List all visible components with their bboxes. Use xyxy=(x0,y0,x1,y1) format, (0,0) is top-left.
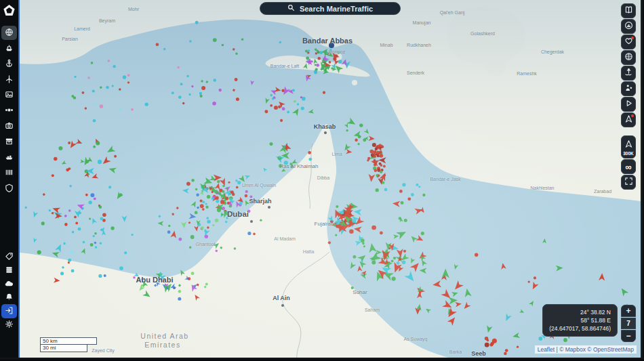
vessel-marker[interactable] xyxy=(85,107,87,110)
vessel-marker[interactable] xyxy=(145,102,148,106)
vessel-marker[interactable] xyxy=(349,229,354,234)
vessel-marker[interactable] xyxy=(278,106,281,108)
vessel-marker[interactable] xyxy=(104,274,106,277)
vessel-marker[interactable] xyxy=(274,106,278,110)
vessel-marker[interactable] xyxy=(247,232,251,235)
toolbar-map-layers-button[interactable] xyxy=(621,3,636,18)
vessel-marker[interactable] xyxy=(404,219,407,222)
vessel-marker[interactable] xyxy=(199,92,202,95)
vessel-marker[interactable] xyxy=(202,200,205,203)
vessel-marker[interactable] xyxy=(207,220,210,224)
vessel-marker[interactable] xyxy=(323,91,325,94)
vessel-marker[interactable] xyxy=(190,235,195,239)
vessel-marker[interactable] xyxy=(376,188,379,192)
vessel-marker[interactable] xyxy=(308,151,311,154)
vessel-marker[interactable] xyxy=(377,169,380,172)
vessel-marker[interactable] xyxy=(112,85,114,87)
vessel-marker[interactable] xyxy=(92,89,95,92)
vessel-marker[interactable] xyxy=(534,276,536,279)
vessel-marker[interactable] xyxy=(230,204,233,207)
vessel-marker[interactable] xyxy=(492,339,497,343)
vessel-marker[interactable] xyxy=(70,251,73,254)
vessel-marker[interactable] xyxy=(411,193,414,196)
vessel-marker[interactable] xyxy=(113,65,116,68)
vessel-marker[interactable] xyxy=(206,217,209,219)
vessel-marker[interactable] xyxy=(227,202,230,205)
sidebar-item-integrations[interactable] xyxy=(1,277,17,291)
vessel-marker[interactable] xyxy=(200,200,203,203)
vessel-marker[interactable] xyxy=(178,95,182,99)
sidebar-item-sign-in[interactable] xyxy=(1,304,17,318)
vessel-marker[interactable] xyxy=(127,81,129,83)
vessel-marker[interactable] xyxy=(383,165,386,167)
vessel-marker[interactable] xyxy=(102,213,106,217)
vessel-marker[interactable] xyxy=(421,232,424,235)
vessel-marker[interactable] xyxy=(188,221,190,224)
vessel-marker[interactable] xyxy=(191,179,194,182)
vessel-marker[interactable] xyxy=(563,338,567,342)
vessel-marker[interactable] xyxy=(37,251,41,255)
vessel-marker[interactable] xyxy=(374,150,377,154)
vessel-marker[interactable] xyxy=(93,146,96,148)
toolbar-favorites-button[interactable] xyxy=(621,35,636,49)
vessel-marker[interactable] xyxy=(216,200,219,203)
toolbar-fullscreen-button[interactable] xyxy=(621,175,636,190)
vessel-marker[interactable] xyxy=(232,193,235,196)
vessel-marker[interactable] xyxy=(391,259,394,262)
vessel-marker[interactable] xyxy=(188,277,190,280)
sidebar-item-protect[interactable] xyxy=(1,182,17,196)
vessel-marker[interactable] xyxy=(333,57,336,60)
zoom-out-button[interactable]: − xyxy=(621,330,636,342)
vessel-marker[interactable] xyxy=(215,196,218,200)
vessel-marker[interactable] xyxy=(402,183,405,186)
vessel-marker[interactable] xyxy=(331,67,334,70)
vessel-marker[interactable] xyxy=(178,238,182,241)
vessel-marker[interactable] xyxy=(82,91,85,94)
vessel-marker[interactable] xyxy=(272,98,275,100)
vessel-marker[interactable] xyxy=(205,283,208,286)
vessel-marker[interactable] xyxy=(54,157,57,161)
vessel-marker[interactable] xyxy=(222,185,225,188)
vessel-marker[interactable] xyxy=(418,186,420,188)
vessel-marker[interactable] xyxy=(71,269,75,272)
vessel-marker[interactable] xyxy=(114,155,117,158)
toolbar-navigation-mode-button[interactable] xyxy=(621,112,636,127)
vessel-marker[interactable] xyxy=(380,231,383,234)
vessel-marker[interactable] xyxy=(362,242,365,245)
vessel-marker[interactable] xyxy=(363,245,365,247)
vessel-marker[interactable] xyxy=(225,197,228,200)
vessel-marker[interactable] xyxy=(245,194,248,198)
vessel-marker[interactable] xyxy=(402,260,406,264)
vessel-marker[interactable] xyxy=(287,110,289,113)
vessel-marker[interactable] xyxy=(361,238,365,242)
vessel-marker[interactable] xyxy=(290,165,294,169)
vessel-marker[interactable] xyxy=(231,211,234,214)
vessel-marker[interactable] xyxy=(81,221,84,224)
vessel-marker[interactable] xyxy=(85,194,88,196)
sidebar-item-live-map[interactable] xyxy=(1,26,17,40)
vessel-marker[interactable] xyxy=(234,247,237,250)
vessel-marker[interactable] xyxy=(41,221,45,225)
vessel-marker[interactable] xyxy=(123,75,126,79)
vessel-marker[interactable] xyxy=(393,257,396,259)
sidebar-item-my-fleet[interactable] xyxy=(1,150,17,165)
vessel-marker[interactable] xyxy=(235,179,237,182)
vessel-marker[interactable] xyxy=(329,61,331,64)
vessel-marker[interactable] xyxy=(249,195,252,198)
vessel-marker[interactable] xyxy=(75,222,78,225)
vessel-marker[interactable] xyxy=(156,43,159,46)
vessel-marker[interactable] xyxy=(235,78,238,81)
vessel-marker[interactable] xyxy=(323,60,325,62)
vessel-marker[interactable] xyxy=(68,259,71,262)
vessel-marker[interactable] xyxy=(236,98,239,101)
vessel-marker[interactable] xyxy=(351,286,354,289)
vessel-marker[interactable] xyxy=(378,175,380,177)
vessel-marker[interactable] xyxy=(177,66,180,69)
vessel-marker[interactable] xyxy=(119,88,121,91)
vessel-marker[interactable] xyxy=(228,182,230,184)
vessel-marker[interactable] xyxy=(124,251,127,254)
vessel-marker[interactable] xyxy=(269,142,273,146)
vessel-marker[interactable] xyxy=(64,215,67,217)
vessel-marker[interactable] xyxy=(197,207,199,209)
vessel-marker[interactable] xyxy=(239,202,243,205)
